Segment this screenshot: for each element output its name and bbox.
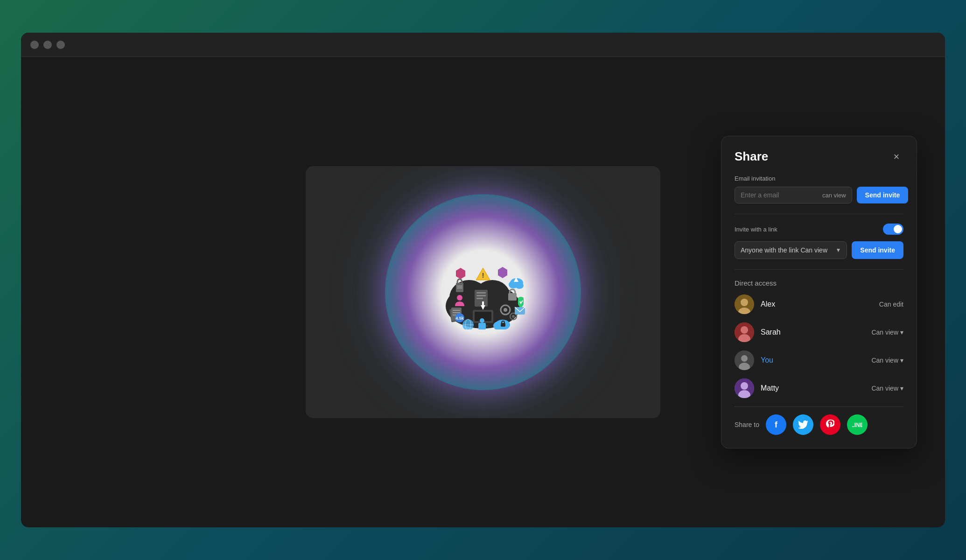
- titlebar: [21, 33, 945, 57]
- user-row-sarah: Sarah Can view ▾: [735, 322, 903, 342]
- avatar-sarah: [735, 322, 754, 342]
- panel-header: Share ×: [735, 149, 903, 164]
- svg-rect-13: [508, 293, 517, 301]
- preview-card: !: [306, 166, 660, 418]
- main-window: !: [21, 33, 945, 527]
- avatar-you: [735, 350, 754, 370]
- invite-link-toggle[interactable]: [883, 224, 903, 235]
- cloud-illustration: !: [376, 185, 590, 399]
- svg-point-56: [741, 382, 748, 390]
- invite-link-header: Invite with a link: [735, 224, 903, 235]
- svg-point-15: [504, 308, 507, 312]
- share-to-label: Share to: [735, 421, 759, 428]
- svg-marker-30: [498, 267, 507, 278]
- user-row-alex: Alex Can edit: [735, 294, 903, 314]
- email-input[interactable]: [741, 191, 822, 199]
- chevron-down-icon: ▾: [900, 357, 903, 364]
- svg-point-47: [741, 299, 748, 306]
- svg-rect-8: [482, 301, 484, 306]
- divider-1: [735, 214, 903, 214]
- svg-point-50: [741, 326, 748, 334]
- traffic-lights: [30, 41, 65, 49]
- email-input-wrapper: can view: [735, 187, 852, 203]
- svg-rect-38: [478, 323, 486, 329]
- close-button[interactable]: ×: [889, 150, 903, 164]
- send-invite-email-button[interactable]: Send invite: [857, 187, 909, 203]
- user-name-you: You: [761, 356, 871, 364]
- svg-rect-28: [453, 312, 460, 313]
- svg-point-39: [480, 318, 484, 323]
- link-row: Anyone with the link Can view ▼ Send inv…: [735, 241, 903, 259]
- minimize-traffic-light[interactable]: [43, 41, 52, 49]
- svg-text:!: !: [482, 272, 484, 279]
- chevron-down-icon: ▾: [900, 385, 903, 392]
- user-row-you: You Can view ▾: [735, 350, 903, 370]
- chevron-down-icon: ▼: [835, 247, 841, 253]
- orb: !: [385, 194, 581, 390]
- user-name-matty: Matty: [761, 384, 871, 392]
- user-name-sarah: Sarah: [761, 328, 871, 336]
- twitter-button[interactable]: [793, 414, 813, 435]
- svg-text:4.5k: 4.5k: [455, 316, 464, 321]
- svg-marker-24: [456, 268, 465, 279]
- svg-rect-22: [457, 287, 462, 288]
- email-invitation-row: can view Send invite: [735, 187, 903, 203]
- pinterest-button[interactable]: [820, 414, 840, 435]
- email-invitation-label: Email invitation: [735, 175, 903, 182]
- svg-rect-6: [476, 298, 483, 299]
- svg-text:LINE: LINE: [852, 422, 862, 428]
- content-area: !: [21, 57, 945, 527]
- cloud-svg: !: [432, 255, 534, 329]
- user-name-alex: Alex: [761, 300, 879, 308]
- permission-alex: Can edit: [879, 301, 903, 308]
- line-button[interactable]: LINE: [847, 414, 868, 435]
- svg-point-17: [512, 315, 515, 318]
- svg-point-33: [515, 282, 524, 289]
- send-invite-link-button[interactable]: Send invite: [852, 241, 903, 259]
- svg-point-53: [741, 355, 748, 362]
- svg-rect-21: [457, 286, 462, 287]
- svg-rect-27: [453, 310, 460, 311]
- share-to-row: Share to f LINE: [735, 406, 903, 435]
- close-traffic-light[interactable]: [30, 41, 39, 49]
- link-dropdown-value: Anyone with the link Can view: [741, 246, 827, 254]
- facebook-button[interactable]: f: [766, 414, 786, 435]
- svg-point-23: [457, 295, 462, 301]
- direct-access-label: Direct access: [735, 279, 903, 287]
- user-row-matty: Matty Can view ▾: [735, 378, 903, 398]
- permission-matty[interactable]: Can view ▾: [871, 385, 903, 392]
- permission-sarah[interactable]: Can view ▾: [871, 329, 903, 336]
- maximize-traffic-light[interactable]: [56, 41, 65, 49]
- avatar-matty: [735, 378, 754, 398]
- svg-rect-4: [476, 292, 486, 294]
- divider-2: [735, 269, 903, 270]
- share-panel: Share × Email invitation can view Send i…: [721, 136, 917, 448]
- svg-rect-42: [501, 323, 505, 327]
- can-view-badge: can view: [822, 192, 846, 199]
- permission-you[interactable]: Can view ▾: [871, 357, 903, 364]
- invite-link-label: Invite with a link: [735, 226, 777, 233]
- chevron-down-icon: ▾: [900, 329, 903, 336]
- svg-rect-5: [476, 295, 486, 296]
- avatar-alex: [735, 294, 754, 314]
- link-dropdown[interactable]: Anyone with the link Can view ▼: [735, 241, 847, 259]
- panel-title: Share: [735, 149, 768, 164]
